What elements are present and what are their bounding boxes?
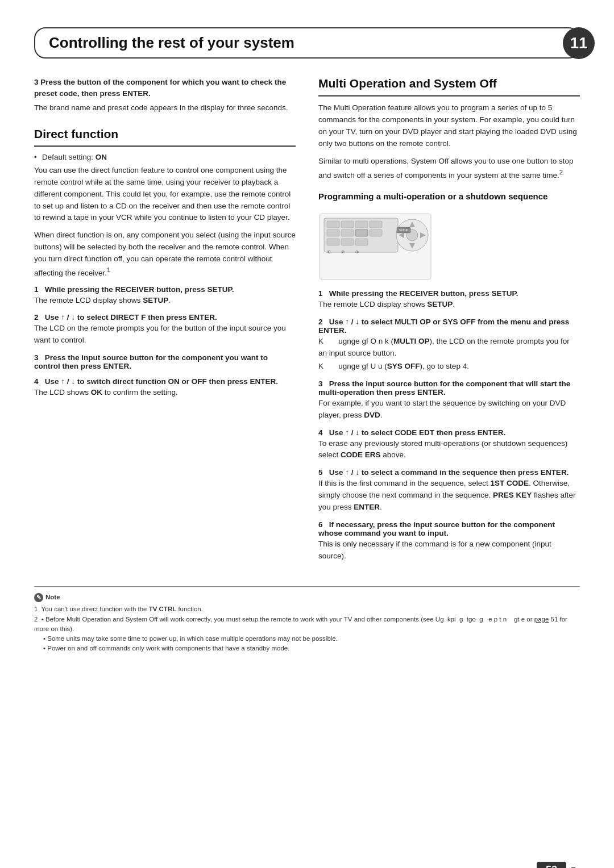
svg-rect-4: [355, 221, 368, 228]
page-lang: En: [571, 866, 580, 868]
note-label: ✎ Note: [34, 592, 580, 602]
page-number-badge: 53: [537, 862, 566, 868]
svg-rect-9: [370, 229, 382, 236]
note-3: • Some units may take some time to power…: [34, 634, 580, 644]
chapter-badge: 11: [563, 27, 595, 59]
step3-body: The brand name and preset code appears i…: [34, 103, 288, 112]
main-content: 3 Press the button of the component for …: [0, 77, 614, 569]
multi-op-body1: The Multi Operation feature allows you t…: [318, 102, 580, 150]
note-section: ✎ Note 1 You can't use direct function w…: [34, 586, 580, 654]
svg-rect-11: [341, 239, 354, 245]
programming-heading: Programming a multi-operation or a shutd…: [318, 191, 580, 201]
multi-op-bar: [318, 95, 580, 97]
page-number-area: 53 En: [537, 862, 580, 868]
prog-step-1: 1 While pressing the RECEIVER button, pr…: [318, 289, 580, 311]
direct-step-1: 1 While pressing the RECEIVER button, pr…: [34, 285, 296, 307]
direct-step-4: 4 Use ↑ / ↓ to switch direct function ON…: [34, 377, 296, 399]
svg-rect-12: [355, 239, 368, 245]
direct-step-2: 2 Use ↑ / ↓ to select DIRECT F then pres…: [34, 313, 296, 347]
direct-function-bar: [34, 145, 296, 147]
svg-text:①: ①: [327, 250, 330, 254]
page-title: Controlling the rest of your system: [49, 34, 565, 52]
svg-rect-3: [341, 221, 354, 228]
svg-rect-7: [341, 229, 354, 236]
note-1: 1 You can't use direct function with the…: [34, 604, 580, 614]
svg-rect-2: [327, 221, 339, 228]
left-column: 3 Press the button of the component for …: [34, 77, 296, 569]
prog-step-5: 5 Use ↑ / ↓ to select a command in the s…: [318, 468, 580, 514]
direct-function-body1: You can use the direct function feature …: [34, 165, 296, 224]
prog-step-3: 3 Press the input source button for the …: [318, 379, 580, 422]
svg-rect-5: [370, 221, 382, 228]
remote-image: ① ② ③ SETUP: [318, 212, 432, 281]
prog-step-2: 2 Use ↑ / ↓ to select MULTI OP or SYS OF…: [318, 318, 580, 373]
svg-text:SETUP: SETUP: [399, 228, 409, 232]
step3-bold: 3 Press the button of the component for …: [34, 77, 296, 100]
multi-op-heading: Multi Operation and System Off: [318, 77, 580, 91]
header-bar: Controlling the rest of your system 11: [34, 27, 580, 59]
prog-step-4: 4 Use ↑ / ↓ to select CODE EDT then pres…: [318, 428, 580, 462]
prog-step-6: 6 If necessary, press the input source b…: [318, 520, 580, 562]
svg-rect-6: [327, 229, 339, 236]
svg-text:③: ③: [355, 250, 359, 254]
page: Controlling the rest of your system 11 3…: [0, 27, 614, 868]
direct-function-default: Default setting: ON: [34, 153, 296, 161]
step3-intro: 3 Press the button of the component for …: [34, 77, 296, 114]
note-2: 2 • Before Multi Operation and System Of…: [34, 615, 580, 635]
right-column: Multi Operation and System Off The Multi…: [318, 77, 580, 569]
svg-rect-10: [327, 239, 339, 245]
direct-step-3: 3 Press the input source button for the …: [34, 353, 296, 370]
multi-op-body2: Similar to multi operations, System Off …: [318, 156, 580, 181]
svg-text:②: ②: [341, 250, 345, 254]
note-icon: ✎: [34, 593, 43, 602]
svg-rect-8: [355, 229, 368, 236]
direct-function-heading: Direct function: [34, 127, 296, 142]
note-4: • Power on and off commands only work wi…: [34, 644, 580, 653]
direct-function-body2: When direct function is on, any componen…: [34, 229, 296, 279]
